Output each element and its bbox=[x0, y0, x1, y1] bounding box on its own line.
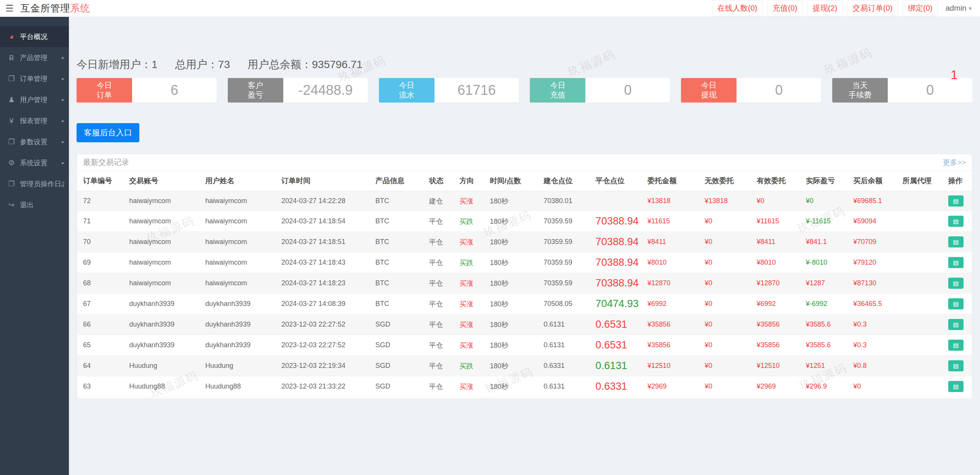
summary-stat-value: 73 bbox=[218, 59, 230, 70]
detail-button[interactable]: ▤ bbox=[948, 216, 964, 227]
stat-card-value: 6 bbox=[132, 78, 217, 102]
table-row: 70 haiwaiymcom haiwaiymcom 2024-03-27 14… bbox=[77, 232, 972, 252]
detail-button[interactable]: ▤ bbox=[948, 381, 964, 392]
sidebar-item[interactable]: ♟ 用户管理 ▸ bbox=[0, 89, 69, 110]
cell-close-price: 0.6531 bbox=[593, 314, 645, 335]
summary-stat-label: 今日新增用户： bbox=[77, 59, 152, 70]
cell-direction: 买涨 bbox=[456, 376, 487, 397]
detail-button[interactable]: ▤ bbox=[948, 195, 964, 207]
cell-product: SGD bbox=[372, 376, 426, 397]
cell-direction: 买跌 bbox=[456, 356, 487, 376]
detail-button[interactable]: ▤ bbox=[948, 257, 964, 268]
sidebar-item-label: 用户管理 bbox=[20, 95, 47, 104]
cell-invalid-amount: ¥0 bbox=[702, 356, 754, 376]
cell-status: 平仓 bbox=[426, 273, 456, 294]
sidebar-item[interactable]: ❐ 管理员操作日志 bbox=[0, 173, 69, 194]
admin-menu[interactable]: admin ▾ bbox=[942, 4, 975, 13]
column-header: 建仓点位 bbox=[541, 171, 593, 191]
form-icon: ▤ bbox=[953, 321, 959, 328]
cell-balance: ¥0.8 bbox=[850, 356, 900, 376]
cell-valid-amount: ¥35856 bbox=[753, 335, 803, 356]
header-nav-button[interactable]: 在线人数(0) bbox=[712, 0, 763, 16]
cell-order-time: 2024-03-27 14:22:28 bbox=[278, 191, 372, 211]
cell-valid-amount: ¥12510 bbox=[753, 356, 803, 376]
stat-card-value: 0 bbox=[888, 78, 972, 102]
column-header: 订单时间 bbox=[278, 171, 372, 191]
cell-profit: ¥296.9 bbox=[803, 376, 850, 397]
cell-product: BTC bbox=[372, 294, 426, 314]
orders-icon: ❐ bbox=[6, 74, 17, 83]
detail-button[interactable]: ▤ bbox=[948, 360, 964, 371]
bitcoin-icon: Ƀ bbox=[6, 54, 17, 62]
cell-product: BTC bbox=[372, 252, 426, 273]
cell-direction: 买涨 bbox=[456, 294, 487, 314]
top-header: ☰ 互金所管理系统 在线人数(0) 充值(0) 提现(2) 交易订单(0) 绑定… bbox=[0, 0, 980, 17]
summary-stat-value: 1 bbox=[152, 59, 158, 70]
cell-status: 平仓 bbox=[426, 356, 456, 376]
sidebar-item[interactable]: ◕ 平台概况 bbox=[0, 26, 69, 47]
stat-card-value: -24488.9 bbox=[283, 78, 368, 102]
cell-duration: 180秒 bbox=[487, 273, 541, 294]
cell-duration: 180秒 bbox=[487, 335, 541, 356]
cell-balance: ¥0.3 bbox=[850, 335, 900, 356]
cell-account: haiwaiymcom bbox=[126, 211, 203, 232]
detail-button[interactable]: ▤ bbox=[948, 278, 964, 289]
cell-action: ▤ bbox=[945, 232, 972, 252]
cell-username: duykhanh3939 bbox=[202, 314, 278, 335]
customer-service-button[interactable]: 客服后台入口 bbox=[77, 123, 139, 142]
stat-card: 今日 订单 6 bbox=[77, 78, 217, 102]
column-header: 订单编号 bbox=[77, 171, 126, 191]
sidebar: ◕ 平台概况 Ƀ 产品管理 ▸ ❐ 订单管理 ▸ ♟ 用户管理 ▸ ¥ 报表管理… bbox=[0, 17, 69, 475]
cell-account: duykhanh3939 bbox=[126, 314, 203, 335]
panel-title: 最新交易记录 bbox=[83, 157, 129, 168]
sidebar-item[interactable]: ❐ 订单管理 ▸ bbox=[0, 68, 69, 89]
cell-close-price bbox=[593, 191, 645, 211]
sidebar-item[interactable]: ❐ 参数设置 ▸ bbox=[0, 131, 69, 152]
sidebar-item[interactable]: ↪ 退出 bbox=[0, 194, 69, 215]
cell-product: BTC bbox=[372, 273, 426, 294]
header-nav-button[interactable]: 绑定(0) bbox=[903, 0, 938, 16]
sidebar-item-label: 报表管理 bbox=[20, 116, 47, 125]
cell-order-time: 2024-03-27 14:18:54 bbox=[278, 211, 372, 232]
header-nav-button[interactable]: 提现(2) bbox=[807, 0, 843, 16]
summary-stat-value: 935796.71 bbox=[312, 59, 363, 70]
cell-username: Huudung bbox=[202, 356, 278, 376]
sidebar-item[interactable]: Ƀ 产品管理 ▸ bbox=[0, 47, 69, 68]
cell-invalid-amount: ¥0 bbox=[702, 232, 754, 252]
sidebar-item[interactable]: ¥ 报表管理 ▸ bbox=[0, 110, 69, 131]
more-link[interactable]: 更多>> bbox=[943, 158, 966, 168]
latest-trades-panel: 最新交易记录 更多>> 订单编号 交易账号 用户姓名 bbox=[77, 154, 972, 399]
header-nav-button[interactable]: 充值(0) bbox=[767, 0, 802, 16]
column-header: 交易账号 bbox=[126, 171, 203, 191]
cell-duration: 180秒 bbox=[487, 294, 541, 314]
detail-button[interactable]: ▤ bbox=[948, 236, 964, 247]
menu-toggle-icon[interactable]: ☰ bbox=[5, 4, 14, 13]
cell-balance: ¥0.3 bbox=[850, 314, 900, 335]
cell-product: BTC bbox=[372, 211, 426, 232]
app-title-main: 互金所管理 bbox=[21, 3, 70, 13]
form-icon: ▤ bbox=[953, 300, 959, 307]
cell-status: 平仓 bbox=[426, 335, 456, 356]
column-header: 实际盈亏 bbox=[803, 171, 850, 191]
sidebar-item[interactable]: ⚙ 系统设置 ▸ bbox=[0, 152, 69, 173]
cell-username: haiwaiymcom bbox=[202, 252, 278, 273]
header-nav-button[interactable]: 交易订单(0) bbox=[847, 0, 898, 16]
cell-account: duykhanh3939 bbox=[126, 294, 203, 314]
cell-action: ▤ bbox=[945, 376, 972, 397]
cell-invalid-amount: ¥0 bbox=[702, 294, 754, 314]
sidebar-item-label: 参数设置 bbox=[20, 137, 47, 146]
cell-open-price: 70359.59 bbox=[541, 273, 593, 294]
detail-button[interactable]: ▤ bbox=[948, 298, 964, 309]
cell-open-price: 70359.59 bbox=[541, 232, 593, 252]
cell-direction: 买涨 bbox=[456, 314, 487, 335]
stat-card-label: 当天 手续费 bbox=[832, 78, 888, 102]
cell-order-id: 68 bbox=[77, 273, 126, 294]
column-header: 所属代理 bbox=[899, 171, 945, 191]
cell-order-id: 64 bbox=[77, 356, 126, 376]
detail-button[interactable]: ▤ bbox=[948, 319, 964, 330]
sidebar-item-label: 订单管理 bbox=[20, 74, 47, 83]
detail-button[interactable]: ▤ bbox=[948, 340, 964, 351]
cell-product: SGD bbox=[372, 356, 426, 376]
cell-open-price: 0.6131 bbox=[541, 376, 593, 397]
cell-close-price: 0.6531 bbox=[593, 335, 645, 356]
